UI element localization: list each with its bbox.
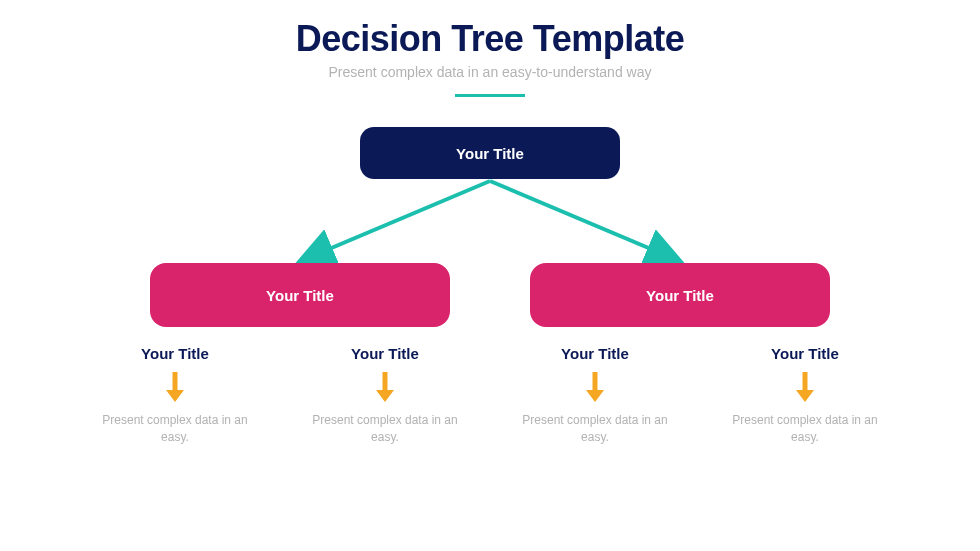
root-node: Your Title: [360, 127, 620, 179]
svg-marker-6: [376, 390, 394, 402]
root-label: Your Title: [456, 145, 524, 162]
leaf-item: Your Title Present complex data in an ea…: [95, 345, 255, 446]
svg-line-2: [490, 181, 670, 257]
leaf-description: Present complex data in an easy.: [725, 412, 885, 446]
page-title: Decision Tree Template: [0, 18, 980, 60]
down-arrow-icon: [586, 372, 604, 402]
branch-node-right: Your Title: [530, 263, 830, 327]
branch-arrows: [190, 179, 790, 269]
branch-label: Your Title: [266, 287, 334, 304]
svg-marker-10: [796, 390, 814, 402]
leaf-item: Your Title Present complex data in an ea…: [515, 345, 675, 446]
leaf-description: Present complex data in an easy.: [95, 412, 255, 446]
leaf-description: Present complex data in an easy.: [305, 412, 465, 446]
leaf-item: Your Title Present complex data in an ea…: [725, 345, 885, 446]
svg-marker-8: [586, 390, 604, 402]
branch-node-left: Your Title: [150, 263, 450, 327]
down-arrow-icon: [376, 372, 394, 402]
title-underline: [455, 94, 525, 97]
leaf-row: Your Title Present complex data in an ea…: [0, 345, 980, 446]
leaf-description: Present complex data in an easy.: [515, 412, 675, 446]
svg-line-1: [310, 181, 490, 257]
header: Decision Tree Template Present complex d…: [0, 0, 980, 97]
branch-row: Your Title Your Title: [0, 263, 980, 327]
branch-label: Your Title: [646, 287, 714, 304]
leaf-title: Your Title: [95, 345, 255, 362]
down-arrow-icon: [796, 372, 814, 402]
leaf-title: Your Title: [305, 345, 465, 362]
leaf-title: Your Title: [515, 345, 675, 362]
page-subtitle: Present complex data in an easy-to-under…: [0, 64, 980, 80]
leaf-item: Your Title Present complex data in an ea…: [305, 345, 465, 446]
leaf-title: Your Title: [725, 345, 885, 362]
svg-marker-4: [166, 390, 184, 402]
down-arrow-icon: [166, 372, 184, 402]
